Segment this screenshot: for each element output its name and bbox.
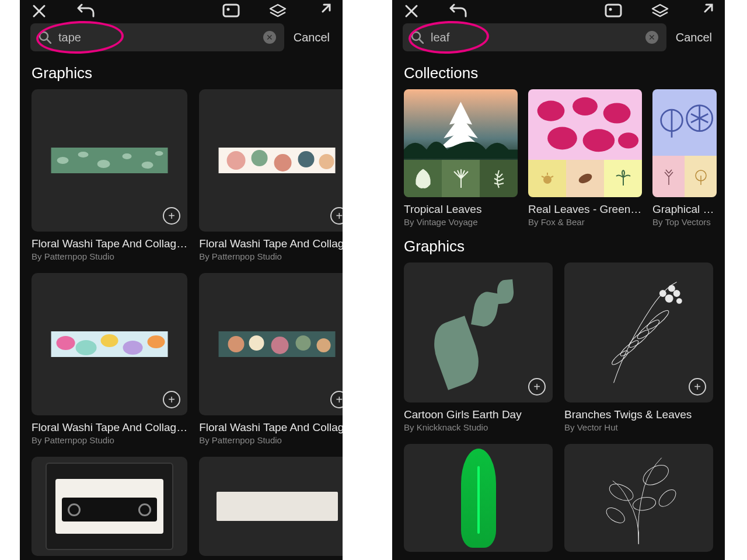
- svg-point-8: [123, 153, 132, 159]
- botanical-engraving-art: [572, 270, 706, 396]
- add-button[interactable]: +: [163, 207, 180, 225]
- svg-point-25: [249, 335, 264, 351]
- close-icon[interactable]: [32, 4, 47, 19]
- cancel-button[interactable]: Cancel: [291, 31, 332, 44]
- graphic-thumb: [404, 444, 553, 552]
- svg-point-5: [57, 157, 69, 164]
- collection-card[interactable]: Tropical Leaves By Vintage Voyage: [404, 89, 518, 227]
- collection-card[interactable]: Graphical Lea By Top Vectors: [652, 89, 717, 227]
- monstera-icon: [411, 167, 435, 190]
- svg-point-19: [76, 340, 97, 355]
- top-toolbar: [392, 2, 725, 20]
- media-icon[interactable]: [222, 4, 240, 19]
- graphic-card[interactable]: + Floral Washi Tape And Collag… By Patte…: [199, 89, 343, 261]
- svg-point-30: [609, 8, 612, 11]
- graphic-author: By Patternpop Studio: [199, 251, 343, 261]
- plain-tape-art: [217, 492, 338, 521]
- graphic-card[interactable]: + Branches Twigs & Leaves By Vector Hut: [564, 262, 713, 432]
- clear-search-button[interactable]: ✕: [645, 31, 658, 44]
- collection-author: By Vintage Voyage: [404, 217, 518, 227]
- svg-point-13: [252, 150, 268, 166]
- graphic-card[interactable]: + Floral Washi Tape And Collag… By Patte…: [32, 273, 187, 445]
- fern-icon: [487, 167, 511, 190]
- layers-icon[interactable]: [651, 4, 669, 19]
- graphics-grid: + Cartoon Girls Earth Day By Knickknack …: [392, 262, 725, 552]
- graphic-thumb: +: [404, 262, 553, 402]
- close-icon[interactable]: [404, 4, 419, 19]
- graphic-thumb: +: [32, 273, 187, 415]
- graphic-author: By Knickknack Studio: [404, 422, 553, 432]
- expand-icon[interactable]: [316, 4, 331, 19]
- svg-point-2: [40, 32, 48, 40]
- graphic-card[interactable]: + Floral Washi Tape And Collag… By Patte…: [199, 273, 343, 445]
- undo-icon[interactable]: [76, 4, 96, 19]
- svg-point-63: [656, 487, 679, 509]
- brown-leaf-icon: [575, 168, 596, 189]
- graphic-author: By Patternpop Studio: [199, 435, 343, 445]
- search-row: ✕ Cancel: [20, 23, 343, 51]
- washi-tape-art: [213, 148, 341, 173]
- washi-tape-art: [46, 148, 173, 173]
- collection-title: Real Leaves - Green Cu…: [528, 203, 642, 216]
- graphic-card[interactable]: + Floral Washi Tape And Collag… By Patte…: [32, 89, 187, 261]
- svg-point-43: [577, 172, 594, 186]
- svg-point-64: [604, 505, 627, 526]
- collection-author: By Top Vectors: [652, 217, 717, 227]
- clear-search-button[interactable]: ✕: [263, 31, 276, 44]
- graphic-thumb: [32, 457, 187, 556]
- svg-point-10: [155, 151, 163, 156]
- svg-line-32: [420, 40, 423, 43]
- graphic-author: By Patternpop Studio: [32, 435, 187, 445]
- washi-tape-art: [213, 331, 341, 357]
- svg-point-38: [618, 132, 638, 148]
- add-button[interactable]: +: [689, 378, 706, 396]
- add-button[interactable]: +: [330, 391, 343, 408]
- svg-point-53: [619, 338, 640, 358]
- add-button[interactable]: +: [163, 391, 180, 408]
- graphic-author: By Patternpop Studio: [32, 251, 187, 261]
- svg-point-35: [603, 103, 631, 123]
- fan-leaf-icon: [449, 167, 473, 190]
- add-button[interactable]: +: [528, 378, 546, 396]
- graphic-card[interactable]: [564, 444, 713, 552]
- svg-point-16: [319, 154, 334, 169]
- collections-row[interactable]: Tropical Leaves By Vintage Voyage: [392, 89, 725, 227]
- tree-line-icon: [660, 166, 678, 187]
- expand-icon[interactable]: [698, 4, 713, 19]
- svg-point-14: [274, 154, 292, 172]
- graphic-card[interactable]: [32, 457, 187, 556]
- green-leaf-art: [461, 449, 496, 548]
- svg-point-58: [668, 285, 675, 292]
- top-toolbar: [20, 2, 343, 20]
- svg-point-12: [227, 151, 246, 170]
- undo-icon[interactable]: [448, 4, 468, 19]
- cancel-button[interactable]: Cancel: [673, 31, 714, 44]
- graphic-card[interactable]: [404, 444, 553, 552]
- graphic-thumb: [199, 457, 343, 556]
- round-leaf-icon: [692, 166, 710, 187]
- svg-point-34: [573, 97, 598, 116]
- graphic-card[interactable]: + Cartoon Girls Earth Day By Knickknack …: [404, 262, 553, 432]
- collection-card[interactable]: Real Leaves - Green Cu… By Fox & Bear: [528, 89, 642, 227]
- media-icon[interactable]: [605, 4, 622, 19]
- add-button[interactable]: +: [330, 207, 343, 225]
- graphic-title: Floral Washi Tape And Collag…: [199, 237, 343, 250]
- cassette-art: [46, 463, 173, 550]
- phone-leaf: ✕ Cancel Collections: [392, 0, 725, 560]
- line-leaves-art: [652, 89, 717, 156]
- svg-point-18: [57, 336, 75, 350]
- graphic-title: Floral Washi Tape And Collag…: [199, 421, 343, 434]
- search-box[interactable]: ✕: [403, 23, 666, 51]
- svg-point-57: [659, 290, 666, 297]
- search-box[interactable]: ✕: [30, 23, 284, 51]
- search-input[interactable]: [431, 31, 638, 44]
- layers-icon[interactable]: [269, 4, 287, 19]
- svg-point-62: [632, 495, 657, 512]
- svg-point-56: [673, 290, 680, 297]
- graphic-thumb: +: [32, 89, 187, 232]
- svg-point-15: [298, 151, 315, 167]
- graphic-author: By Vector Hut: [564, 422, 713, 432]
- search-input[interactable]: [58, 31, 256, 44]
- svg-point-54: [610, 349, 629, 366]
- graphic-card[interactable]: [199, 457, 343, 556]
